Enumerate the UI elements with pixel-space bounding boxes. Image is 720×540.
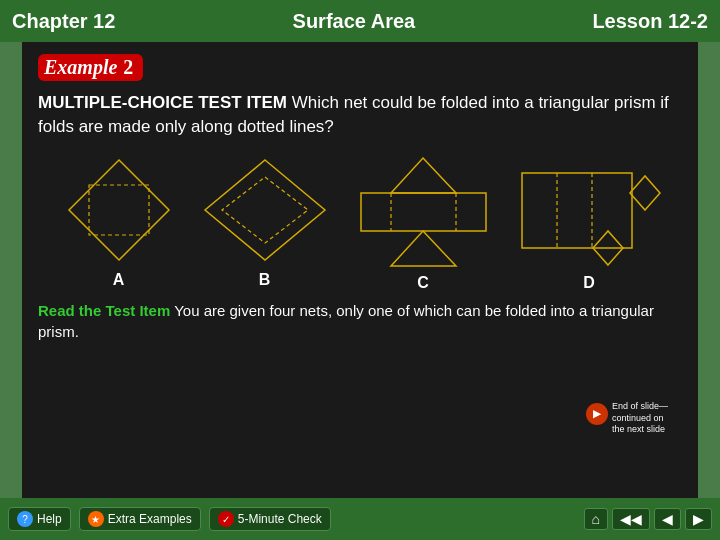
lesson-label: Lesson 12-2 <box>592 10 708 33</box>
svg-marker-4 <box>391 158 456 193</box>
end-note-text: End of slide— continued on the next slid… <box>612 401 668 436</box>
bottom-highlight: Read the Test Item <box>38 302 170 319</box>
home-button[interactable]: ⌂ <box>584 508 608 530</box>
check-icon: ✓ <box>218 511 234 527</box>
prev-button[interactable]: ◀ <box>654 508 681 530</box>
right-sidebar <box>698 42 720 540</box>
chapter-label: Chapter 12 <box>12 10 115 33</box>
question-prefix: MULTIPLE-CHOICE TEST ITEM <box>38 93 287 112</box>
question-text: MULTIPLE-CHOICE TEST ITEM Which net coul… <box>38 91 682 139</box>
net-a: A <box>59 155 179 289</box>
net-b-svg <box>200 155 330 265</box>
main-content: Example 2 MULTIPLE-CHOICE TEST ITEM Whic… <box>22 42 698 498</box>
svg-marker-2 <box>205 160 325 260</box>
help-button[interactable]: ? Help <box>8 507 71 531</box>
nets-area: A B C <box>38 153 682 292</box>
end-note-icon: ▶ <box>586 403 608 425</box>
net-c-svg <box>351 153 496 268</box>
net-b: B <box>200 155 330 289</box>
header-bar: Chapter 12 Surface Area Lesson 12-2 <box>0 0 720 42</box>
extra-icon: ★ <box>88 511 104 527</box>
extra-examples-button[interactable]: ★ Extra Examples <box>79 507 201 531</box>
svg-marker-12 <box>630 176 660 210</box>
end-note: ▶ End of slide— continued on the next sl… <box>586 401 668 436</box>
prev-prev-button[interactable]: ◀◀ <box>612 508 650 530</box>
example-number: 2 <box>123 56 133 79</box>
bottom-text: Read the Test Item You are given four ne… <box>38 300 682 342</box>
example-badge: Example 2 <box>38 54 143 81</box>
svg-marker-8 <box>391 231 456 266</box>
five-minute-check-button[interactable]: ✓ 5-Minute Check <box>209 507 331 531</box>
help-icon: ? <box>17 511 33 527</box>
net-a-svg <box>59 155 179 265</box>
svg-rect-5 <box>361 193 486 231</box>
svg-marker-0 <box>69 160 169 260</box>
svg-rect-9 <box>522 173 632 248</box>
svg-marker-3 <box>222 177 308 243</box>
bottom-left-buttons: ? Help ★ Extra Examples ✓ 5-Minute Check <box>8 507 331 531</box>
net-d: D <box>517 153 662 292</box>
example-label: Example <box>44 56 117 79</box>
next-button[interactable]: ▶ <box>685 508 712 530</box>
left-sidebar <box>0 42 22 540</box>
net-a-label: A <box>113 271 125 289</box>
header-title: Surface Area <box>293 10 416 33</box>
net-d-svg <box>517 153 662 268</box>
svg-rect-1 <box>89 185 149 235</box>
bottom-bar: ? Help ★ Extra Examples ✓ 5-Minute Check… <box>0 498 720 540</box>
net-c: C <box>351 153 496 292</box>
net-b-label: B <box>259 271 271 289</box>
net-d-label: D <box>583 274 595 292</box>
net-c-label: C <box>417 274 429 292</box>
bottom-right-nav: ⌂ ◀◀ ◀ ▶ <box>584 508 712 530</box>
